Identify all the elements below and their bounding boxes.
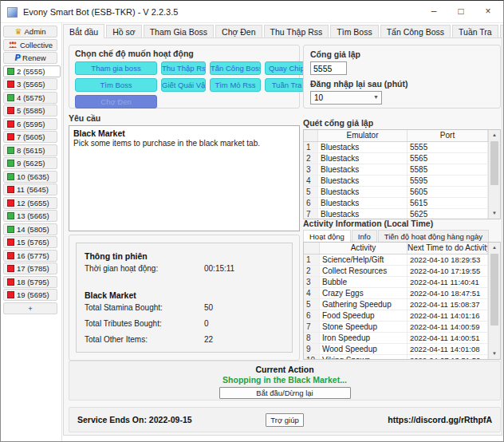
main-tab[interactable]: Nhật Ký [500, 25, 504, 37]
close-icon[interactable]: × [474, 1, 502, 23]
mode-button[interactable]: Tham gia boss [75, 61, 157, 75]
main-tab[interactable]: Bắt đầu [63, 24, 104, 38]
main-tab[interactable]: Thu Thập Rss [264, 25, 329, 37]
sidebar-account-item[interactable]: 4 (5575) [3, 92, 57, 104]
sidebar-account-item[interactable]: 19 (5695) [3, 289, 57, 301]
activity-row[interactable]: 9 Wood Speedup 2022-04-11 14:01:08 [304, 344, 500, 355]
mode-button[interactable]: Tấn Công Boss [210, 61, 261, 75]
port-scan-row[interactable]: 3 Bluestacks 5585 [304, 164, 500, 176]
window-title: Evony Smart Bot (ESB-TKR) - V 2.2.3.5 [23, 7, 178, 17]
row-number: 1 [304, 255, 320, 265]
port-input[interactable] [310, 61, 347, 75]
mode-button[interactable]: Chợ Đen [75, 95, 157, 109]
activity-row[interactable]: 10 Viking Spawn 2022-04-07 13:51:50 [304, 355, 500, 360]
port-scan-row[interactable]: 2 Bluestacks 5565 [304, 153, 500, 164]
main-tab[interactable]: Tìm Boss [330, 25, 378, 37]
activity-row[interactable]: 2 Collect Resources 2022-04-10 17:19:55 [304, 266, 500, 277]
sidebar-renew-button[interactable]: P Renew [3, 52, 57, 64]
scrollbar-thumb[interactable] [490, 254, 498, 326]
next-time-cell: 2022-04-11 14:00:51 [408, 333, 488, 343]
main-tab[interactable]: Tấn Công Boss [380, 25, 451, 37]
port-scan-row[interactable]: 4 Bluestacks 5595 [304, 176, 500, 187]
activity-info-title: Activity Information (Local Time) [303, 219, 501, 228]
mode-button[interactable]: Thu Thập Rss [161, 61, 206, 75]
status-square-icon [7, 239, 14, 246]
scroll-up-icon[interactable]: ▲ [489, 243, 500, 253]
activity-cell: Stone Speedup [320, 322, 408, 332]
main-tab[interactable]: Tuần Tra [452, 25, 498, 37]
sidebar-account-item[interactable]: 5 (5585) [3, 105, 57, 116]
status-square-icon [7, 107, 14, 114]
main-tab[interactable]: Chợ Đen [215, 25, 262, 37]
help-button[interactable]: Trợ giúp [266, 413, 304, 427]
activity-sub-tab[interactable]: Info [352, 230, 377, 242]
col-port[interactable]: Port [408, 130, 488, 141]
start-stop-button[interactable]: Bắt đầu/Dừng lại [219, 387, 351, 399]
sidebar-account-item[interactable]: 17 (5785) [3, 262, 57, 274]
mode-button[interactable]: Tuần Tra [265, 78, 309, 92]
activity-sub-tab[interactable]: Tiến độ hoạt động hàng ngày [378, 230, 489, 242]
activity-row[interactable]: 1 Science/Help/Gift 2022-04-10 18:29:53 [304, 255, 500, 266]
port-scan-row[interactable]: 6 Bluestacks 5615 [304, 198, 500, 209]
col-activity[interactable]: Activity [320, 243, 408, 254]
mode-button[interactable]: Tìm Mỏ Rss [210, 78, 261, 92]
sidebar-account-item[interactable]: 11 (5645) [3, 184, 57, 195]
sidebar-account-item[interactable]: 2 (5555) [3, 65, 61, 77]
mode-selection-group: Chọn chế độ muốn hoạt động Tham gia boss… [69, 45, 300, 109]
next-time-cell: 2022-04-10 18:47:51 [408, 288, 488, 298]
port-scan-row[interactable]: 1 Bluestacks 5555 [304, 142, 500, 153]
sidebar: ♛ Admin Collective P Renew 2 (5555) 3 (5… [1, 23, 62, 441]
activity-row[interactable]: 7 Stone Speedup 2022-04-11 14:00:59 [304, 322, 500, 333]
minimize-icon[interactable]: – [420, 1, 447, 23]
sidebar-account-item[interactable]: 15 (5765) [3, 236, 57, 248]
activity-sub-tab[interactable]: Hoạt động [303, 230, 351, 242]
activity-row[interactable]: 4 Crazy Eggs 2022-04-10 18:47:51 [304, 288, 500, 299]
discord-link[interactable]: https://discord.gg/rRthpfA [388, 415, 492, 424]
activity-rows: 1 Science/Help/Gift 2022-04-10 18:29:53 … [304, 255, 500, 360]
mode-button[interactable]: Tìm Boss [75, 78, 157, 92]
sidebar-account-item[interactable]: 13 (5665) [3, 210, 57, 222]
status-square-icon [7, 68, 14, 75]
port-cell: 5595 [408, 176, 488, 186]
sidebar-admin-button[interactable]: ♛ Admin [3, 26, 57, 37]
activity-row[interactable]: 5 Gathering Speedup 2022-04-11 15:08:37 [304, 299, 500, 310]
mode-button[interactable]: Giết Quái Vật [161, 78, 206, 92]
port-scan-scrollbar[interactable]: ▲ ▼ [488, 130, 500, 219]
scroll-down-icon[interactable]: ▼ [489, 208, 500, 219]
sidebar-account-item[interactable]: 10 (5635) [3, 171, 57, 183]
sidebar-account-item[interactable]: 18 (5795) [3, 276, 57, 288]
session-title: Thông tin phiên [85, 251, 284, 261]
scroll-up-icon[interactable]: ▲ [489, 130, 500, 140]
main-tab[interactable]: Hồ sơ [106, 25, 141, 37]
sidebar-account-item[interactable]: 7 (5605) [3, 131, 57, 143]
stat-label: Total Other Items: [85, 335, 204, 345]
port-scan-row[interactable]: 5 Bluestacks 5605 [304, 187, 500, 198]
sidebar-admin-label: Admin [25, 27, 46, 36]
sidebar-account-item[interactable]: 16 (5775) [3, 250, 57, 262]
activity-row[interactable]: 8 Iron Speedup 2022-04-11 14:00:51 [304, 333, 500, 344]
col-next-time[interactable]: Next Time to do Activity [408, 243, 488, 254]
stat-label: Total Stamina Bought: [85, 303, 204, 314]
sidebar-account-item[interactable]: 3 (5565) [3, 78, 57, 90]
col-emulator[interactable]: Emulator [318, 130, 408, 141]
sidebar-account-item[interactable]: 8 (5615) [3, 144, 57, 156]
mode-button[interactable]: Quay Chip [265, 61, 309, 75]
activity-cell: Wood Speedup [320, 344, 408, 354]
sidebar-collective-button[interactable]: Collective [3, 39, 57, 51]
relogin-dropdown[interactable]: 10 ▼ [310, 91, 382, 105]
add-account-button[interactable]: + [3, 302, 57, 314]
sidebar-account-item[interactable]: 9 (5625) [3, 157, 57, 169]
sidebar-account-item[interactable]: 14 (5805) [3, 223, 57, 235]
activity-row[interactable]: 3 Bubble 2022-04-11 11:40:41 [304, 277, 500, 288]
scroll-down-icon[interactable]: ▼ [489, 349, 500, 359]
stat-value: 0 [204, 319, 209, 330]
sidebar-account-item[interactable]: 6 (5595) [3, 118, 57, 130]
next-time-cell: 2022-04-10 18:29:53 [408, 255, 488, 265]
maximize-icon[interactable]: □ [447, 1, 474, 23]
scrollbar-thumb[interactable] [490, 141, 498, 185]
main-tab[interactable]: Tham Gia Boss [144, 25, 214, 37]
sidebar-account-item[interactable]: 12 (5655) [3, 197, 57, 209]
row-number: 6 [304, 310, 320, 321]
activity-row[interactable]: 6 Food Speedup 2022-04-11 14:01:16 [304, 310, 500, 322]
activity-scrollbar[interactable]: ▲ ▼ [488, 243, 500, 359]
